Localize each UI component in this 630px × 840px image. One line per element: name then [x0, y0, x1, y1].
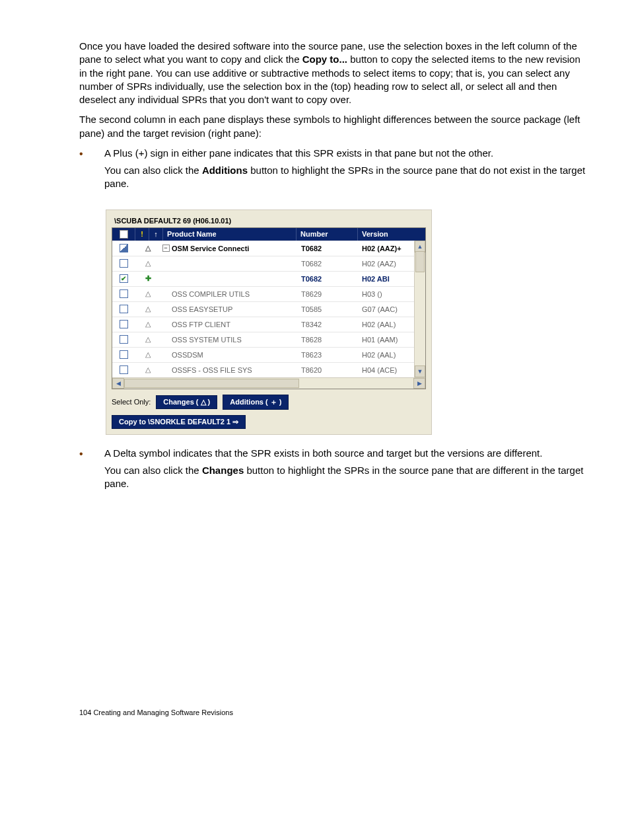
page-footer: 104 Creating and Managing Software Revis… — [79, 708, 590, 716]
scroll-handle[interactable] — [124, 379, 299, 388]
product-name-cell: OSS FTP CLIENT — [170, 321, 297, 328]
table-row[interactable]: △−OSM Service ConnectiT0682H02 (AAZ)+ — [112, 241, 425, 256]
copy-to-strong: Copy to... — [302, 54, 347, 65]
changes-button[interactable]: Changes ( △ ) — [156, 395, 217, 409]
vertical-scrollbar[interactable]: ▲ ▼ — [414, 241, 425, 377]
scroll-thumb[interactable] — [415, 251, 425, 272]
number-cell: T8629 — [297, 290, 358, 298]
select-only-row: Select Only: Changes ( △ ) Additions ( ＋… — [112, 395, 426, 410]
bullet-2-line-2: You can also click the Changes button to… — [104, 464, 590, 491]
header-product-name[interactable]: Product Name — [163, 228, 297, 241]
header-sort-icon[interactable]: ↑ — [149, 228, 163, 241]
additions-strong: Additions — [202, 165, 248, 176]
additions-button[interactable]: Additions ( ＋ ) — [223, 395, 289, 410]
number-cell: T8623 — [297, 351, 358, 359]
row-checkbox[interactable] — [112, 350, 135, 359]
spr-table: ! ↑ Product Name Number Version △−OSM Se… — [112, 227, 426, 389]
text: You can also click the — [104, 465, 202, 476]
horizontal-scrollbar[interactable]: ◀ ▶ — [112, 377, 425, 389]
header-version[interactable]: Version — [358, 228, 425, 241]
scroll-right-icon[interactable]: ▶ — [413, 378, 425, 389]
product-name-cell: OSS EASYSETUP — [170, 305, 297, 313]
row-checkbox[interactable] — [112, 259, 135, 268]
number-cell: T0682 — [297, 245, 358, 252]
table-header[interactable]: ! ↑ Product Name Number Version — [112, 228, 425, 241]
number-cell: T0682 — [297, 260, 358, 268]
bullet-dot-icon: • — [79, 147, 104, 198]
number-cell: T0585 — [297, 305, 358, 313]
row-checkbox[interactable]: ✔ — [112, 274, 135, 283]
row-checkbox[interactable] — [112, 305, 135, 313]
delta-icon: △ — [135, 289, 161, 298]
product-name-cell: OSM Service Connecti — [170, 245, 297, 252]
delta-icon: △ — [135, 365, 161, 374]
scroll-down-icon[interactable]: ▼ — [415, 365, 425, 377]
header-number[interactable]: Number — [297, 228, 358, 241]
pane-title: \SCUBA DEFAULT2 69 (H06.10.01) — [112, 215, 426, 227]
product-name-cell: OSS COMPILER UTILS — [170, 290, 297, 298]
header-select-all[interactable] — [112, 228, 135, 241]
product-name-cell: OSSDSM — [170, 351, 297, 359]
delta-icon: △ — [135, 259, 161, 268]
table-row[interactable]: △T0682H02 (AAZ) — [112, 256, 425, 271]
product-name-cell: OSS SYSTEM UTILS — [170, 336, 297, 344]
copy-to-button[interactable]: Copy to \SNORKLE DEFAULT2 1 ⇒ — [112, 415, 246, 429]
delta-icon: △ — [135, 244, 161, 252]
scroll-left-icon[interactable]: ◀ — [112, 378, 124, 389]
number-cell: T8342 — [297, 321, 358, 328]
table-row[interactable]: △OSS COMPILER UTILST8629H03 () — [112, 286, 425, 301]
changes-strong: Changes — [202, 465, 244, 476]
product-name-cell: OSSFS - OSS FILE SYS — [170, 366, 297, 374]
scroll-track[interactable] — [124, 378, 413, 389]
table-body: △−OSM Service ConnectiT0682H02 (AAZ)+△T0… — [112, 241, 425, 377]
number-cell: T8628 — [297, 336, 358, 344]
number-cell: T8620 — [297, 366, 358, 374]
bullet-2: • A Delta symbol indicates that the SPR … — [79, 447, 590, 498]
bullet-1-line-2: You can also click the Additions button … — [104, 164, 590, 191]
text: You can also click the — [104, 165, 202, 176]
row-checkbox[interactable] — [112, 244, 135, 252]
paragraph-2: The second column in each pane displays … — [79, 113, 590, 140]
bullet-1-line-1: A Plus (+) sign in either pane indicates… — [104, 147, 590, 160]
delta-icon: △ — [135, 320, 161, 328]
row-checkbox[interactable] — [112, 320, 135, 328]
copy-to-row: Copy to \SNORKLE DEFAULT2 1 ⇒ — [112, 415, 426, 429]
plus-icon: ✚ — [135, 274, 161, 283]
table-row[interactable]: △OSSDSMT8623H02 (AAL) — [112, 347, 425, 362]
paragraph-1: Once you have loaded the desired softwar… — [79, 40, 590, 106]
table-row[interactable]: ✔✚T0682H02 ABI — [112, 271, 425, 286]
header-alert-icon[interactable]: ! — [135, 228, 149, 241]
row-checkbox[interactable] — [112, 335, 135, 344]
bullet-2-line-1: A Delta symbol indicates that the SPR ex… — [104, 447, 590, 460]
table-row[interactable]: △OSS SYSTEM UTILST8628H01 (AAM) — [112, 332, 425, 347]
bullet-dot-icon: • — [79, 447, 104, 498]
expand-toggle[interactable]: − — [161, 245, 170, 252]
delta-icon: △ — [135, 305, 161, 313]
table-row[interactable]: △OSSFS - OSS FILE SYST8620H04 (ACE) — [112, 362, 425, 377]
delta-icon: △ — [135, 350, 161, 359]
row-checkbox[interactable] — [112, 365, 135, 374]
number-cell: T0682 — [297, 275, 358, 283]
delta-icon: △ — [135, 335, 161, 344]
select-only-label: Select Only: — [112, 398, 151, 406]
screenshot-panel: \SCUBA DEFAULT2 69 (H06.10.01) ! ↑ Produ… — [106, 210, 432, 435]
table-row[interactable]: △OSS EASYSETUPT0585G07 (AAC) — [112, 301, 425, 317]
bullet-1: • A Plus (+) sign in either pane indicat… — [79, 147, 590, 198]
row-checkbox[interactable] — [112, 289, 135, 298]
table-row[interactable]: △OSS FTP CLIENTT8342H02 (AAL) — [112, 317, 425, 332]
